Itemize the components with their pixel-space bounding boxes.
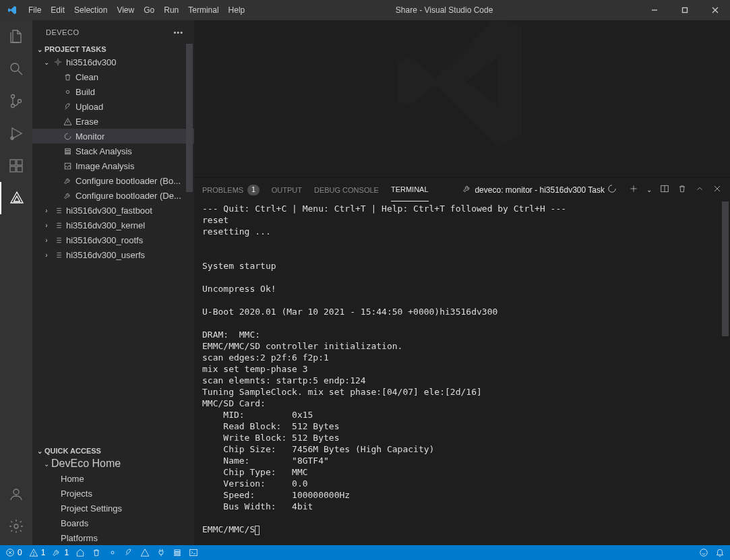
svg-point-17 (57, 61, 59, 63)
status-errors-count: 0 (18, 548, 22, 557)
task-label: Configure bootloader (Bo... (75, 176, 181, 186)
menu-file[interactable]: File (24, 5, 46, 15)
task-erase[interactable]: Erase (32, 114, 194, 129)
task-monitor[interactable]: Monitor (32, 129, 194, 144)
tab-output[interactable]: OUTPUT (272, 186, 302, 194)
new-terminal-button[interactable] (629, 184, 638, 195)
deveco-icon[interactable] (0, 182, 32, 214)
svg-rect-26 (65, 153, 70, 154)
maximize-button[interactable] (669, 0, 700, 20)
svg-point-63 (111, 551, 114, 554)
panel: PROBLEMS 1 OUTPUT DEBUG CONSOLE TERMINAL… (194, 177, 730, 545)
status-warnings[interactable]: 1 (29, 548, 46, 557)
status-build-icon[interactable] (108, 548, 117, 557)
tab-debug-console[interactable]: DEBUG CONSOLE (314, 186, 379, 194)
minimize-button[interactable] (639, 0, 669, 20)
extensions-icon[interactable] (0, 150, 32, 182)
qa-boards[interactable]: Boards (32, 516, 194, 530)
task-configure-bootloader-de-[interactable]: Configure bootloader (De... (32, 188, 194, 203)
problems-badge: 1 (247, 185, 260, 195)
close-button[interactable] (700, 0, 730, 20)
node-hi3516dv300_rootfs[interactable]: ›hi3516dv300_rootfs (32, 232, 194, 247)
sidebar: DEVECO ••• ⌄ PROJECT TASKS ⌄ hi3516dv300… (32, 20, 194, 545)
close-panel-button[interactable] (712, 184, 722, 195)
menu-selection[interactable]: Selection (69, 5, 112, 15)
source-control-icon[interactable] (0, 85, 32, 117)
trash-icon (61, 73, 74, 82)
kill-terminal-button[interactable] (677, 184, 687, 195)
titlebar: File Edit Selection View Go Run Terminal… (0, 0, 730, 20)
tab-problems[interactable]: PROBLEMS 1 (202, 185, 260, 195)
settings-gear-icon[interactable] (0, 510, 32, 542)
section-quick-access[interactable]: ⌄ QUICK ACCESS (32, 445, 194, 456)
status-feedback-icon[interactable] (699, 548, 708, 557)
tab-terminal[interactable]: TERMINAL (391, 179, 429, 201)
task-clean[interactable]: Clean (32, 69, 194, 84)
node-hi3516dv300_kernel[interactable]: ›hi3516dv300_kernel (32, 218, 194, 232)
menu-run[interactable]: Run (159, 5, 183, 15)
status-tools[interactable]: 1 (52, 548, 69, 557)
split-terminal-button[interactable] (660, 184, 669, 195)
chevron-right-icon: › (42, 237, 51, 244)
node-deveco-home[interactable]: ⌄ DevEco Home (32, 456, 194, 471)
qa-platforms[interactable]: Platforms (32, 530, 194, 545)
status-bar: 0 1 1 (0, 545, 730, 560)
status-erase-icon[interactable] (140, 548, 150, 557)
node-deveco-home-label: DevEco Home (51, 458, 121, 470)
chevron-right-icon: › (42, 222, 51, 229)
qa-home[interactable]: Home (32, 471, 194, 486)
task-image-analysis[interactable]: Image Analysis (32, 158, 194, 173)
editor-area: PROBLEMS 1 OUTPUT DEBUG CONSOLE TERMINAL… (194, 20, 730, 545)
terminal-output[interactable]: --- Quit: Ctrl+C | Menu: Ctrl+T | Help: … (194, 201, 730, 545)
accounts-icon[interactable] (0, 478, 32, 510)
explorer-icon[interactable] (0, 20, 32, 53)
sidebar-more-icon[interactable]: ••• (173, 28, 183, 36)
status-terminal-icon[interactable] (189, 548, 198, 557)
search-icon[interactable] (0, 53, 32, 85)
sidebar-title: DEVECO ••• (32, 20, 194, 44)
section-project-tasks[interactable]: ⌄ PROJECT TASKS (32, 44, 194, 55)
terminal-task-label[interactable]: deveco: monitor - hi3516dv300 Task (462, 184, 617, 195)
status-errors[interactable]: 0 (5, 548, 22, 557)
task-label: Build (75, 87, 95, 97)
svg-rect-66 (175, 555, 180, 556)
chevron-down-icon: ⌄ (42, 59, 51, 66)
task-upload[interactable]: Upload (32, 99, 194, 114)
svg-rect-25 (65, 150, 70, 152)
menu-terminal[interactable]: Terminal (183, 5, 223, 15)
terminal-task-label-text: deveco: monitor - hi3516dv300 Task (475, 185, 605, 195)
menu-edit[interactable]: Edit (46, 5, 69, 15)
svg-point-16 (14, 524, 18, 528)
node-hi3516dv300_fastboot[interactable]: ›hi3516dv300_fastboot (32, 203, 194, 218)
qa-projects[interactable]: Projects (32, 486, 194, 501)
status-plug-icon[interactable] (156, 548, 166, 557)
terminal-dropdown-icon[interactable]: ⌄ (646, 186, 652, 193)
list-icon (51, 206, 65, 215)
node-root[interactable]: ⌄ hi3516dv300 (32, 55, 194, 69)
menu-help[interactable]: Help (224, 5, 250, 15)
sidebar-scrollbar[interactable] (185, 44, 194, 445)
chevron-down-icon: ⌄ (35, 46, 44, 53)
node-label: hi3516dv300_rootfs (66, 235, 143, 245)
menu-go[interactable]: Go (139, 5, 159, 15)
svg-point-15 (13, 489, 19, 495)
node-hi3516dv300_userfs[interactable]: ›hi3516dv300_userfs (32, 247, 194, 262)
status-rocket-icon[interactable] (124, 548, 133, 557)
rocket-icon (61, 102, 74, 111)
terminal-scrollbar[interactable] (721, 201, 730, 545)
status-bell-icon[interactable] (715, 548, 725, 557)
status-trash-icon[interactable] (92, 548, 101, 557)
svg-point-6 (11, 95, 15, 98)
run-debug-icon[interactable] (0, 117, 32, 150)
qa-project-settings[interactable]: Project Settings (32, 501, 194, 516)
task-build[interactable]: Build (32, 84, 194, 99)
image-icon (61, 162, 74, 170)
task-configure-bootloader-bo-[interactable]: Configure bootloader (Bo... (32, 173, 194, 188)
menu-view[interactable]: View (112, 5, 139, 15)
task-label: Monitor (75, 131, 104, 142)
panel-tabs: PROBLEMS 1 OUTPUT DEBUG CONSOLE TERMINAL… (194, 178, 730, 201)
maximize-panel-button[interactable] (695, 184, 704, 195)
task-stack-analysis[interactable]: Stack Analysis (32, 144, 194, 158)
status-stack-icon[interactable] (173, 548, 182, 557)
status-home-icon[interactable] (75, 548, 85, 557)
